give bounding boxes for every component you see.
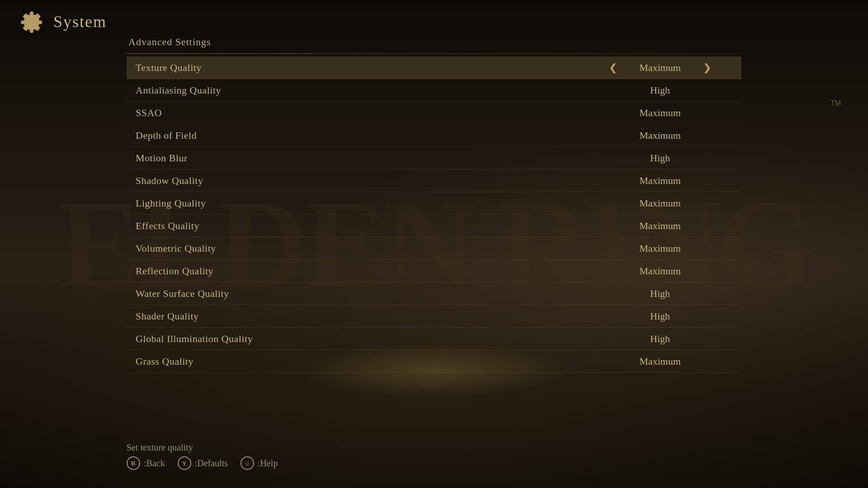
- main-content: System Advanced Settings Texture Quality…: [0, 0, 868, 488]
- setting-value-container: ❮Maximum❯: [588, 241, 732, 256]
- control-button[interactable]: B: [127, 456, 140, 470]
- setting-name: Antialiasing Quality: [136, 84, 588, 96]
- footer-controls: B:BackY:Defaults☺:Help: [127, 456, 278, 470]
- arrow-right-button[interactable]: ❯: [700, 61, 714, 75]
- setting-value: High: [628, 288, 692, 300]
- settings-list: Texture Quality❮Maximum❯Antialiasing Qua…: [127, 56, 741, 373]
- footer: Set texture quality B:BackY:Defaults☺:He…: [127, 442, 278, 470]
- setting-value-container: ❮High❯: [588, 309, 732, 324]
- setting-name: Effects Quality: [136, 220, 588, 232]
- arrow-left-button[interactable]: ❮: [606, 61, 620, 75]
- setting-name: Motion Blur: [136, 152, 588, 164]
- control-label: :Back: [144, 458, 165, 469]
- setting-value: Maximum: [628, 107, 692, 119]
- control-label: :Help: [258, 458, 278, 469]
- setting-row[interactable]: Antialiasing Quality❮High❯: [127, 79, 741, 102]
- setting-row[interactable]: Volumetric Quality❮Maximum❯: [127, 237, 741, 260]
- setting-value-container: ❮Maximum❯: [588, 128, 732, 143]
- setting-row[interactable]: Water Surface Quality❮High❯: [127, 282, 741, 305]
- setting-row[interactable]: Effects Quality❮Maximum❯: [127, 215, 741, 237]
- setting-name: Reflection Quality: [136, 265, 588, 277]
- setting-row[interactable]: Reflection Quality❮Maximum❯: [127, 260, 741, 282]
- setting-value: High: [628, 84, 692, 96]
- setting-row[interactable]: Depth of Field❮Maximum❯: [127, 124, 741, 147]
- setting-name: Volumetric Quality: [136, 243, 588, 254]
- setting-value-container: ❮Maximum❯: [588, 219, 732, 233]
- footer-hint: Set texture quality: [127, 442, 278, 453]
- setting-name: Shadow Quality: [136, 175, 588, 187]
- setting-name: Global Illumination Quality: [136, 333, 588, 345]
- setting-row[interactable]: Texture Quality❮Maximum❯: [127, 56, 741, 79]
- setting-value: Maximum: [628, 243, 692, 254]
- control-item[interactable]: ☺:Help: [241, 456, 278, 470]
- setting-value-container: ❮Maximum❯: [588, 61, 732, 75]
- setting-name: Grass Quality: [136, 356, 588, 367]
- setting-value: Maximum: [628, 130, 692, 141]
- setting-value-container: ❮Maximum❯: [588, 174, 732, 188]
- control-button[interactable]: ☺: [241, 456, 254, 470]
- setting-value-container: ❮Maximum❯: [588, 354, 732, 369]
- setting-row[interactable]: Shadow Quality❮Maximum❯: [127, 169, 741, 192]
- settings-panel: Advanced Settings Texture Quality❮Maximu…: [127, 36, 741, 373]
- setting-value: Maximum: [628, 62, 692, 74]
- section-divider: [127, 53, 741, 54]
- setting-row[interactable]: SSAO❮Maximum❯: [127, 102, 741, 124]
- setting-name: Water Surface Quality: [136, 288, 588, 300]
- section-title: Advanced Settings: [127, 36, 741, 48]
- setting-name: Texture Quality: [136, 62, 588, 74]
- setting-name: SSAO: [136, 107, 588, 119]
- setting-row[interactable]: Shader Quality❮High❯: [127, 305, 741, 328]
- control-label: :Defaults: [195, 458, 228, 469]
- control-button[interactable]: Y: [178, 456, 191, 470]
- control-item[interactable]: B:Back: [127, 456, 165, 470]
- setting-value: Maximum: [628, 265, 692, 277]
- setting-row[interactable]: Lighting Quality❮Maximum❯: [127, 192, 741, 215]
- gear-icon: [20, 10, 43, 33]
- setting-value-container: ❮High❯: [588, 286, 732, 301]
- setting-value: Maximum: [628, 356, 692, 367]
- setting-name: Shader Quality: [136, 310, 588, 322]
- setting-value-container: ❮Maximum❯: [588, 196, 732, 211]
- control-item[interactable]: Y:Defaults: [178, 456, 228, 470]
- page-title: System: [53, 12, 107, 31]
- setting-value: Maximum: [628, 175, 692, 187]
- setting-name: Lighting Quality: [136, 197, 588, 209]
- system-icon: [18, 8, 45, 35]
- setting-row[interactable]: Motion Blur❮High❯: [127, 147, 741, 169]
- setting-value-container: ❮High❯: [588, 83, 732, 98]
- setting-name: Depth of Field: [136, 130, 588, 141]
- setting-value-container: ❮High❯: [588, 151, 732, 165]
- setting-value: High: [628, 310, 692, 322]
- setting-value: High: [628, 333, 692, 345]
- setting-value: Maximum: [628, 197, 692, 209]
- setting-row[interactable]: Grass Quality❮Maximum❯: [127, 350, 741, 373]
- setting-value-container: ❮High❯: [588, 332, 732, 346]
- setting-value: High: [628, 152, 692, 164]
- setting-value-container: ❮Maximum❯: [588, 264, 732, 278]
- setting-value: Maximum: [628, 220, 692, 232]
- tm-mark: TM: [830, 99, 841, 108]
- setting-row[interactable]: Global Illumination Quality❮High❯: [127, 328, 741, 350]
- setting-value-container: ❮Maximum❯: [588, 106, 732, 120]
